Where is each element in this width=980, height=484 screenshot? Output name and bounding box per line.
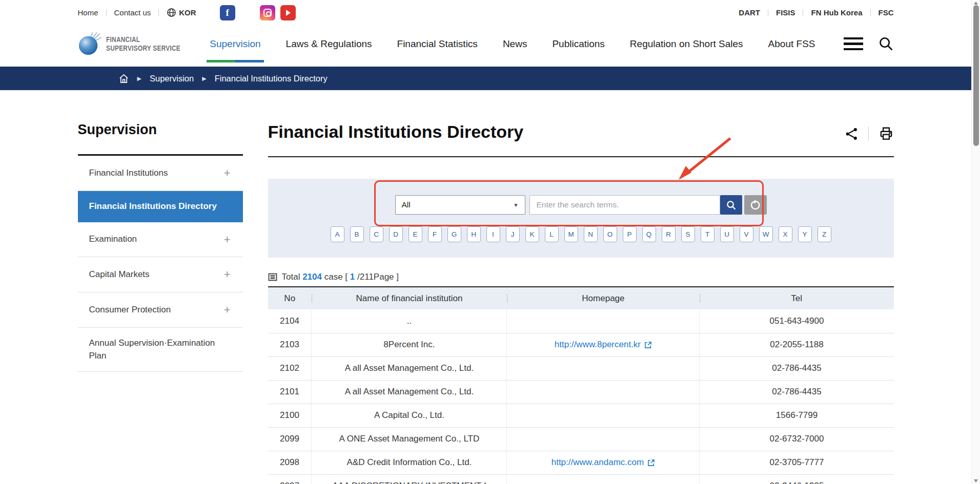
alphabet-button-F[interactable]: F — [428, 226, 442, 242]
share-icon[interactable] — [845, 127, 859, 141]
alphabet-button-S[interactable]: S — [681, 226, 695, 242]
row-homepage: http://www.andamc.com — [507, 451, 700, 474]
home-icon[interactable] — [118, 73, 129, 84]
alphabet-button-W[interactable]: W — [759, 226, 773, 242]
alphabet-button-Z[interactable]: Z — [818, 226, 831, 242]
alphabet-button-L[interactable]: L — [545, 226, 559, 242]
sidebar-item-label: Consumer Protection — [89, 304, 171, 317]
print-icon[interactable] — [879, 126, 894, 141]
search-input[interactable] — [529, 195, 720, 215]
row-homepage — [507, 427, 700, 451]
alphabet-button-G[interactable]: G — [447, 226, 461, 242]
home-link[interactable]: Home — [78, 8, 98, 17]
row-name: 8Percent Inc. — [312, 333, 507, 356]
breadcrumb-current[interactable]: Financial Institutions Directory — [215, 74, 328, 83]
sidebar-item-capital-markets[interactable]: Capital Markets+ — [78, 257, 243, 292]
page-title: Financial Institutions Directory — [268, 122, 524, 142]
alphabet-button-D[interactable]: D — [389, 226, 403, 242]
sidebar-item-examination[interactable]: Examination+ — [78, 222, 243, 258]
facebook-icon[interactable]: f — [220, 5, 235, 20]
expand-plus-icon[interactable]: + — [224, 232, 231, 248]
alphabet-button-V[interactable]: V — [740, 226, 753, 242]
vertical-scrollbar[interactable] — [971, 0, 980, 484]
row-homepage — [507, 356, 700, 380]
alphabet-button-N[interactable]: N — [584, 226, 598, 242]
nav-item-laws-regulations[interactable]: Laws & Regulations — [285, 26, 373, 62]
row-no: 2100 — [268, 404, 312, 427]
title-rule — [268, 156, 894, 157]
alphabet-button-E[interactable]: E — [409, 226, 422, 242]
row-homepage: http://www.8percent.kr — [507, 333, 700, 356]
alphabet-button-I[interactable]: I — [486, 226, 500, 242]
breadcrumb-supervision[interactable]: Supervision — [150, 74, 194, 83]
current-page: 1 — [350, 272, 355, 282]
alphabet-button-M[interactable]: M — [564, 226, 578, 242]
row-homepage — [507, 474, 700, 484]
alphabet-button-P[interactable]: P — [623, 226, 637, 242]
scroll-up-arrow[interactable] — [974, 2, 978, 5]
alphabet-button-J[interactable]: J — [506, 226, 520, 242]
reset-button[interactable] — [744, 195, 767, 215]
fsc-link[interactable]: FSC — [879, 8, 894, 17]
nav-item-supervision[interactable]: Supervision — [209, 26, 261, 62]
nav-item-news[interactable]: News — [502, 26, 528, 62]
menu-icon[interactable] — [844, 37, 863, 51]
row-name: A Capital Co., Ltd. — [312, 404, 507, 427]
alphabet-button-Q[interactable]: Q — [642, 226, 656, 242]
youtube-icon[interactable] — [280, 5, 296, 20]
alphabet-button-K[interactable]: K — [525, 226, 539, 242]
scrollbar-thumb[interactable] — [973, 5, 979, 146]
fisis-link[interactable]: FISIS — [776, 8, 795, 17]
divider — [106, 9, 107, 16]
alphabet-button-C[interactable]: C — [370, 226, 383, 242]
expand-plus-icon[interactable]: + — [224, 165, 231, 181]
sidebar-item-annual-supervision-examination-plan[interactable]: Annual Supervision·Examination Plan — [78, 328, 243, 372]
row-name: A&D Credit Information Co., Ltd. — [312, 451, 507, 474]
row-name: A ONE Asset Management Co., LTD — [312, 427, 507, 451]
nav-item-about-fss[interactable]: About FSS — [767, 26, 816, 62]
col-homepage: Homepage — [507, 287, 700, 309]
alphabet-button-O[interactable]: O — [603, 226, 617, 242]
homepage-link[interactable]: http://www.8percent.kr — [555, 340, 652, 350]
nav-item-regulation-on-short-sales[interactable]: Regulation on Short Sales — [629, 26, 744, 62]
category-select[interactable]: All ▼ — [395, 195, 525, 215]
expand-plus-icon[interactable]: + — [224, 302, 231, 318]
divider — [768, 9, 768, 16]
instagram-icon[interactable] — [260, 5, 275, 20]
alphabet-button-Y[interactable]: Y — [798, 226, 812, 242]
external-link-icon — [644, 341, 652, 349]
fnhub-link[interactable]: FN Hub Korea — [811, 8, 862, 17]
search-button[interactable] — [720, 195, 742, 215]
sidebar-item-financial-institutions[interactable]: Financial Institutions+ — [78, 156, 243, 191]
row-tel: 051-643-4900 — [700, 309, 894, 333]
language-switch[interactable]: KOR — [167, 8, 196, 17]
main-content: Financial Institutions Directory — [268, 122, 894, 484]
row-tel: 02-3705-7777 — [700, 451, 894, 474]
search-icon[interactable] — [879, 36, 894, 52]
dart-link[interactable]: DART — [739, 8, 760, 17]
alphabet-button-T[interactable]: T — [701, 226, 714, 242]
sidebar-item-consumer-protection[interactable]: Consumer Protection+ — [78, 292, 243, 328]
row-no: 2101 — [268, 380, 312, 404]
sidebar-item-financial-institutions-directory[interactable]: Financial Institutions Directory — [78, 191, 243, 222]
alphabet-button-B[interactable]: B — [350, 226, 364, 242]
nav-item-financial-statistics[interactable]: Financial Statistics — [396, 26, 479, 62]
divider — [158, 9, 159, 16]
sidebar-item-label: Annual Supervision·Examination Plan — [89, 337, 231, 362]
row-name: A all Asset Management Co., Ltd. — [312, 356, 507, 380]
alphabet-button-X[interactable]: X — [779, 226, 792, 242]
table-row: 2104..051-643-4900 — [268, 309, 894, 333]
contact-link[interactable]: Contact us — [114, 8, 151, 17]
sidebar-item-label: Financial Institutions — [89, 167, 168, 180]
row-no: 2099 — [268, 427, 312, 451]
homepage-link[interactable]: http://www.andamc.com — [552, 457, 655, 468]
alphabet-button-A[interactable]: A — [331, 226, 344, 242]
expand-plus-icon[interactable]: + — [224, 266, 231, 283]
alphabet-button-U[interactable]: U — [720, 226, 734, 242]
nav-item-publications[interactable]: Publications — [551, 26, 605, 62]
scroll-down-arrow[interactable] — [974, 479, 978, 482]
fss-logo[interactable]: FINANCIAL SUPERVISORY SERVICE — [78, 32, 197, 56]
alphabet-button-R[interactable]: R — [662, 226, 676, 242]
alphabet-button-H[interactable]: H — [467, 226, 481, 242]
col-no: No — [268, 287, 312, 309]
